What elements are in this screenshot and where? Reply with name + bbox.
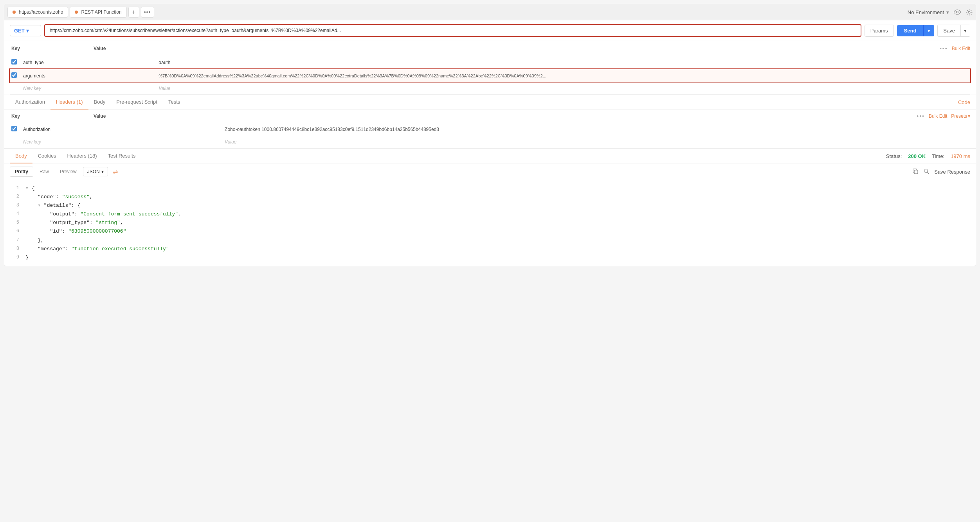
status-value: 200 OK	[908, 153, 926, 159]
send-button[interactable]: Send	[897, 25, 924, 36]
tab-headers[interactable]: Headers (1)	[50, 95, 88, 109]
header-row-1-key: Authorization	[22, 123, 223, 136]
format-tab-preview[interactable]: Preview	[55, 167, 81, 176]
app-container: https://accounts.zoho REST API Function …	[4, 4, 976, 266]
table-row: arguments %7B%0D%0A%09%22emailAddress%22…	[10, 69, 970, 83]
response-tab-body[interactable]: Body	[10, 149, 32, 163]
eye-icon[interactable]	[954, 9, 961, 16]
params-key-col: Key	[11, 46, 70, 51]
format-tab-raw[interactable]: Raw	[35, 167, 54, 176]
new-param-value: Value	[157, 83, 970, 95]
tab-add-button[interactable]: +	[128, 7, 139, 18]
response-tabs-bar: Body Cookies Headers (18) Test Results S…	[4, 149, 976, 163]
section-tabs: Authorization Headers (1) Body Pre-reque…	[4, 95, 976, 109]
chevron-down-icon: ▾	[946, 9, 949, 15]
presets-button[interactable]: Presets ▾	[951, 113, 970, 119]
svg-point-1	[968, 11, 970, 13]
param-row-2-key: arguments	[22, 69, 157, 83]
header-row-1-value: Zoho-oauthtoken 1000.8607494449c8bc1e392…	[223, 123, 970, 136]
param-row-2-checkbox-cell	[10, 69, 22, 83]
line-num-3: 3	[10, 201, 19, 210]
more-icon: •••	[144, 9, 151, 15]
send-button-group: Send ▾	[897, 25, 935, 36]
line-content-3: ▾ "details": {	[25, 201, 80, 210]
params-button[interactable]: Params	[865, 25, 894, 37]
tab-tests[interactable]: Tests	[163, 95, 186, 109]
format-tab-pretty[interactable]: Pretty	[10, 167, 33, 177]
send-dropdown-button[interactable]: ▾	[923, 25, 934, 36]
tabs-bar: https://accounts.zoho REST API Function …	[4, 4, 976, 20]
time-label: Time:	[932, 153, 944, 159]
request-bar: GET ▾ Params Send ▾ Save ▾	[4, 20, 976, 41]
line-content-6: "id": "63095000000077006"	[25, 227, 126, 236]
wrap-icon[interactable]: ⇌	[113, 168, 118, 176]
status-label: Status:	[886, 153, 902, 159]
param-row-1-key: auth_type	[22, 56, 157, 69]
url-input[interactable]	[44, 24, 861, 37]
header-row-1-checkbox-cell	[10, 123, 22, 136]
tab-more-button[interactable]: •••	[141, 7, 154, 18]
line-num-1: 1	[10, 184, 19, 193]
tabs-bar-right: No Environment ▾	[908, 9, 973, 16]
table-row-new: New key Value	[10, 83, 970, 95]
line-num-7: 7	[10, 236, 19, 245]
headers-bulk-edit-link[interactable]: Bulk Edit	[929, 113, 947, 119]
save-dropdown-button[interactable]: ▾	[961, 25, 970, 37]
json-line-8: 8 "message": "function executed successf…	[10, 245, 970, 253]
line-content-5: "output_type": "string",	[25, 219, 123, 227]
json-chevron-icon: ▾	[101, 169, 104, 174]
param-row-1-checkbox[interactable]	[11, 59, 17, 65]
headers-key-col: Key	[11, 113, 70, 119]
params-dots: •••	[940, 45, 948, 52]
table-row: Authorization Zoho-oauthtoken 1000.86074…	[10, 123, 970, 136]
environment-selector[interactable]: No Environment ▾	[908, 9, 949, 15]
params-bulk-edit-link[interactable]: Bulk Edit	[952, 46, 970, 51]
format-tabs-right: Save Response	[912, 168, 970, 176]
table-row: auth_type oauth	[10, 56, 970, 69]
time-value: 1970 ms	[951, 153, 970, 159]
line-content-1: ▾ {	[25, 184, 34, 193]
gear-icon[interactable]	[966, 9, 973, 16]
tab-body[interactable]: Body	[88, 95, 111, 109]
json-line-7: 7 },	[10, 236, 970, 245]
new-header-value: Value	[223, 136, 970, 148]
json-format-select[interactable]: JSON ▾	[83, 167, 108, 176]
tab-rest-api[interactable]: REST API Function	[70, 7, 126, 18]
headers-dots: •••	[917, 113, 925, 119]
tab-accounts-zoho[interactable]: https://accounts.zoho	[7, 7, 68, 18]
table-row-new-header: New key Value	[10, 136, 970, 148]
save-button[interactable]: Save	[937, 25, 961, 37]
params-section: Key Value ••• Bulk Edit auth_type oauth	[4, 41, 976, 95]
tab-label-1: https://accounts.zoho	[19, 9, 63, 15]
line-num-6: 6	[10, 227, 19, 236]
search-icon[interactable]	[923, 168, 930, 176]
json-label: JSON	[87, 169, 100, 174]
method-chevron-icon: ▾	[26, 28, 29, 34]
json-line-9: 9 }	[10, 253, 970, 262]
json-line-1: 1 ▾ {	[10, 184, 970, 193]
response-status: Status: 200 OK Time: 1970 ms	[886, 153, 970, 159]
response-tab-headers[interactable]: Headers (18)	[62, 149, 103, 163]
line-num-5: 5	[10, 219, 19, 227]
tab-dot-2	[75, 11, 78, 14]
header-row-1-checkbox[interactable]	[11, 126, 17, 131]
line-num-8: 8	[10, 245, 19, 253]
param-row-1-value: oauth	[157, 56, 970, 69]
new-param-checkbox-cell	[10, 83, 22, 95]
response-tab-cookies[interactable]: Cookies	[32, 149, 62, 163]
tab-pre-request-script[interactable]: Pre-request Script	[111, 95, 163, 109]
param-row-2-checkbox[interactable]	[11, 72, 17, 78]
save-response-button[interactable]: Save Response	[934, 169, 970, 175]
line-content-7: },	[25, 236, 44, 245]
tab-authorization[interactable]: Authorization	[10, 95, 50, 109]
headers-table-header: Key Value ••• Bulk Edit Presets ▾	[10, 109, 970, 123]
method-select[interactable]: GET ▾	[10, 25, 41, 36]
response-tab-test-results[interactable]: Test Results	[102, 149, 141, 163]
copy-icon[interactable]	[912, 168, 919, 176]
response-section: Body Cookies Headers (18) Test Results S…	[4, 149, 976, 266]
line-content-2: "code": "success",	[25, 193, 93, 201]
headers-section: Key Value ••• Bulk Edit Presets ▾ Author…	[4, 109, 976, 149]
json-line-6: 6 "id": "63095000000077006"	[10, 227, 970, 236]
headers-table: Authorization Zoho-oauthtoken 1000.86074…	[10, 123, 970, 148]
code-link[interactable]: Code	[958, 99, 970, 105]
